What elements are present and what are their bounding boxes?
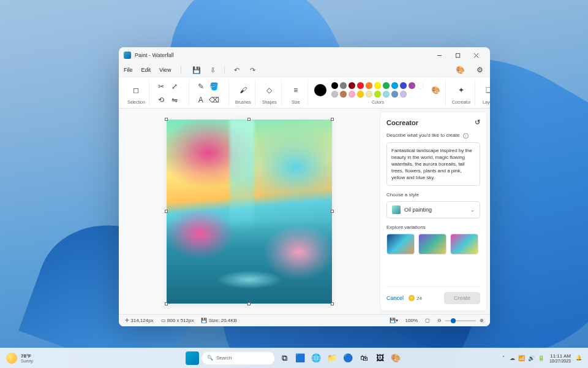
battery-icon[interactable]: 🔋 [538, 355, 545, 361]
eraser-icon[interactable]: ⌫ [209, 94, 220, 105]
color-swatch[interactable] [374, 82, 381, 89]
store-icon[interactable]: 🛍 [357, 351, 371, 365]
selection-tool-icon[interactable]: ◻ [128, 82, 144, 98]
paint-taskbar-icon[interactable]: 🎨 [389, 351, 402, 365]
menubar: File Edit View 💾 ⇩ ↶ ↷ 🎨 ⚙ [119, 63, 490, 77]
history-icon[interactable]: ↺ [475, 118, 480, 126]
clock[interactable]: 11:11 AM 10/27/2023 [549, 353, 571, 363]
edge-icon[interactable]: 🔵 [341, 351, 355, 365]
wifi-icon[interactable]: 📶 [518, 355, 525, 361]
text-icon[interactable]: A [195, 94, 206, 105]
resize-handle[interactable] [331, 210, 334, 213]
style-dropdown[interactable]: Oil painting ⌄ [386, 201, 480, 218]
titlebar[interactable]: Paint - Waterfall [119, 47, 490, 63]
search-icon: 🔍 [207, 355, 213, 361]
info-icon[interactable]: i [463, 133, 469, 139]
color-swatch[interactable] [374, 91, 381, 98]
weather-widget[interactable]: 78°F Sunny [6, 353, 33, 364]
fill-icon[interactable]: 🪣 [209, 81, 220, 92]
color-swatch[interactable] [366, 91, 372, 98]
color-swatch[interactable] [340, 91, 347, 98]
auto-save-icon[interactable]: 💾▾ [390, 318, 398, 323]
start-button[interactable] [186, 351, 199, 365]
variation-thumb[interactable] [450, 234, 478, 255]
chevron-down-icon: ⌄ [470, 207, 475, 213]
resize-handle[interactable] [247, 118, 251, 121]
prompt-input[interactable]: Fantastical landscape inspired by the be… [386, 142, 480, 186]
redo-icon[interactable]: ↷ [247, 64, 258, 75]
settings-icon[interactable]: ⚙ [474, 64, 485, 75]
variation-thumb[interactable] [386, 234, 415, 255]
chevron-up-icon[interactable]: ˄ [502, 355, 505, 361]
resize-handle[interactable] [165, 302, 168, 305]
photos-icon[interactable]: 🖼 [373, 351, 386, 365]
create-button[interactable]: Create [444, 292, 480, 304]
resize-handle[interactable] [165, 118, 168, 121]
resize-icon[interactable]: ⤢ [169, 81, 180, 92]
size-icon[interactable]: ≡ [288, 82, 304, 98]
onedrive-icon[interactable]: ☁ [510, 355, 515, 361]
statusbar: ✛ 314,124px ▭ 800 x 512px 💾 Size: 20.4KB… [119, 314, 490, 326]
copilot-icon[interactable]: 🟦 [293, 351, 307, 365]
rotate-icon[interactable]: ⟲ [156, 94, 167, 105]
color-swatch[interactable] [409, 82, 415, 89]
canvas[interactable] [167, 120, 332, 304]
resize-handle[interactable] [331, 302, 334, 305]
color-swatch[interactable] [331, 82, 338, 89]
color-swatch[interactable] [349, 91, 355, 98]
resize-handle[interactable] [331, 118, 334, 121]
shapes-icon[interactable]: ◇ [262, 82, 277, 98]
color-swatch[interactable] [391, 82, 398, 89]
zoom-slider[interactable] [445, 320, 476, 321]
color-swatch[interactable] [340, 82, 347, 89]
resize-handle[interactable] [247, 302, 251, 305]
brushes-icon[interactable]: 🖌 [235, 82, 251, 98]
widgets-icon[interactable]: 🌐 [309, 351, 323, 365]
canvas-dimensions: 800 x 512px [167, 318, 194, 323]
color-swatch[interactable] [357, 91, 364, 98]
copilot-icon[interactable]: 🎨 [454, 64, 466, 75]
crop-icon[interactable]: ✂ [156, 81, 167, 92]
zoom-out-button[interactable]: ⊖ [437, 318, 442, 323]
search-box[interactable]: 🔍 Search [202, 351, 275, 365]
color-swatch[interactable] [349, 82, 355, 89]
menu-view[interactable]: View [159, 67, 171, 73]
color-swatch[interactable] [357, 82, 364, 89]
variation-thumb[interactable] [418, 234, 447, 255]
save-icon[interactable]: 💾 [191, 64, 202, 75]
coin-icon [409, 295, 415, 301]
color-swatch[interactable] [391, 91, 398, 98]
menu-edit[interactable]: Edit [141, 67, 151, 73]
layers-icon[interactable]: ❏ [481, 82, 490, 98]
undo-icon[interactable]: ↶ [231, 64, 242, 75]
flip-icon[interactable]: ⇋ [169, 94, 180, 105]
color-swatch[interactable] [400, 91, 407, 98]
notifications-icon[interactable]: 🔔 [576, 355, 582, 361]
paint-app-icon [124, 52, 131, 59]
menu-file[interactable]: File [124, 67, 133, 73]
volume-icon[interactable]: 🔊 [528, 355, 535, 361]
task-view-icon[interactable]: ⧉ [277, 351, 291, 365]
color1-swatch[interactable] [314, 84, 326, 96]
pencil-icon[interactable]: ✎ [195, 81, 206, 92]
svg-rect-1 [456, 53, 459, 57]
minimize-button[interactable] [430, 48, 448, 62]
close-button[interactable] [467, 48, 485, 62]
color-swatch[interactable] [383, 82, 390, 89]
cocreator-icon[interactable]: ✦ [453, 82, 469, 98]
color-swatch[interactable] [366, 82, 372, 89]
ribbon-label-brushes: Brushes [235, 100, 251, 104]
maximize-button[interactable] [448, 48, 467, 62]
color-swatch[interactable] [400, 82, 407, 89]
resize-handle[interactable] [165, 210, 168, 213]
import-icon[interactable]: ⇩ [207, 64, 218, 75]
edit-colors-icon[interactable]: 🎨 [431, 85, 442, 96]
cancel-button[interactable]: Cancel [386, 295, 404, 301]
color-swatch[interactable] [417, 82, 424, 89]
color-swatch[interactable] [331, 91, 338, 98]
fit-screen-icon[interactable]: ▢ [425, 318, 430, 323]
explorer-icon[interactable]: 📁 [325, 351, 339, 365]
color-swatch[interactable] [383, 91, 390, 98]
zoom-in-button[interactable]: ⊕ [480, 318, 484, 323]
canvas-area[interactable] [119, 109, 380, 314]
